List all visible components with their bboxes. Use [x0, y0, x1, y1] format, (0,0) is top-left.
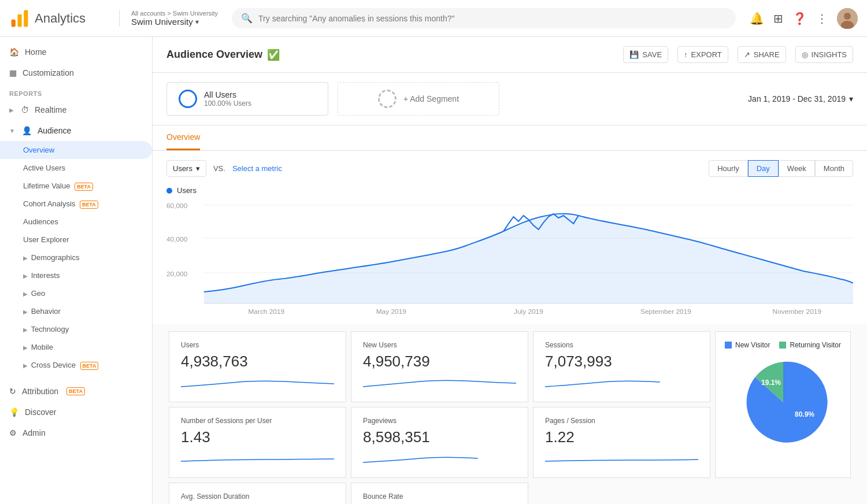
- pie-label-new: New Visitor: [735, 341, 770, 349]
- page-actions: 💾 SAVE ↑ EXPORT ↗ SHARE ◎ INSIGHTS: [623, 46, 853, 63]
- add-segment-label[interactable]: + Add Segment: [403, 94, 459, 103]
- tab-overview[interactable]: Overview: [166, 125, 200, 150]
- mobile-expand-icon: ▶: [23, 344, 28, 351]
- avatar[interactable]: [837, 8, 858, 29]
- legend-label: Users: [177, 186, 197, 195]
- breadcrumb-dropdown-icon[interactable]: ▾: [195, 18, 199, 26]
- cohort-analysis-beta-badge: BETA: [80, 201, 98, 209]
- export-button[interactable]: ↑ EXPORT: [677, 46, 728, 63]
- sidebar-sub-cohort-analysis[interactable]: Cohort Analysis BETA: [0, 195, 152, 213]
- sidebar-sub-cross-device[interactable]: ▶ Cross Device BETA: [0, 356, 152, 374]
- insights-button[interactable]: ◎ INSIGHTS: [795, 46, 853, 63]
- app-name: Analytics: [35, 11, 86, 26]
- metric-sparkline-new-users: [363, 375, 516, 392]
- svg-rect-0: [12, 19, 16, 27]
- sidebar-sub-mobile[interactable]: ▶ Mobile: [0, 338, 152, 356]
- sidebar-sub-technology[interactable]: ▶ Technology: [0, 320, 152, 338]
- pie-label-returning: Returning Visitor: [790, 341, 841, 349]
- metric-value-sessions-per-user: 1.43: [181, 428, 334, 446]
- share-button[interactable]: ↗ SHARE: [738, 46, 786, 63]
- chart-legend: Users: [166, 181, 853, 199]
- metric-card-empty: [531, 480, 713, 504]
- metric-card-bounce-rate: Bounce Rate 80.82%: [351, 483, 528, 504]
- save-icon: 💾: [629, 50, 639, 59]
- time-btn-month[interactable]: Month: [815, 160, 853, 177]
- realtime-expand-icon: ▶: [9, 107, 14, 113]
- time-buttons: Hourly Day Week Month: [709, 160, 853, 177]
- metric-card-pages-session: Pages / Session 1.22: [533, 407, 710, 478]
- sidebar-sub-geo[interactable]: ▶ Geo: [0, 284, 152, 302]
- metric-label-pages-session: Pages / Session: [545, 417, 698, 425]
- reports-section-label: REPORTS: [0, 83, 152, 99]
- time-btn-week[interactable]: Week: [779, 160, 815, 177]
- metric-dropdown[interactable]: Users ▾: [166, 160, 206, 177]
- metric-label-new-users: New Users: [363, 341, 516, 349]
- notifications-icon[interactable]: 🔔: [750, 12, 764, 25]
- logo-area: Analytics: [9, 8, 113, 29]
- pie-legend-new: New Visitor: [725, 341, 770, 349]
- select-metric-link[interactable]: Select a metric: [232, 164, 282, 173]
- segment-info: All Users 100.00% Users: [204, 90, 251, 108]
- audience-expand-icon: ▼: [9, 128, 15, 134]
- metric-card-pageviews: Pageviews 8,598,351: [351, 407, 528, 478]
- export-icon: ↑: [684, 50, 688, 59]
- sidebar-item-realtime[interactable]: ▶ ⏱ Realtime: [0, 99, 152, 120]
- sidebar-sub-user-explorer[interactable]: User Explorer: [0, 231, 152, 249]
- sidebar-sub-active-users[interactable]: Active Users: [0, 159, 152, 177]
- geo-expand-icon: ▶: [23, 291, 28, 297]
- breadcrumb-top: All accounts > Swim University: [131, 10, 218, 17]
- pie-legend-returning: Returning Visitor: [779, 341, 841, 349]
- apps-icon[interactable]: ⊞: [773, 12, 783, 25]
- save-button[interactable]: 💾 SAVE: [623, 46, 668, 63]
- time-btn-hourly[interactable]: Hourly: [709, 160, 748, 177]
- metric-value-pages-session: 1.22: [545, 428, 698, 446]
- insights-icon: ◎: [802, 50, 808, 59]
- svg-text:19.1%: 19.1%: [761, 379, 781, 387]
- more-icon[interactable]: ⋮: [816, 12, 828, 25]
- metrics-grid: Users 4,938,763 New Users 4,950,739: [153, 324, 867, 504]
- sidebar-sub-interests[interactable]: ▶ Interests: [0, 266, 152, 284]
- svg-text:September 2019: September 2019: [640, 308, 691, 315]
- attribution-beta-badge: BETA: [66, 387, 85, 395]
- metric-dropdown-icon: ▾: [196, 164, 200, 173]
- svg-text:20,000: 20,000: [166, 270, 187, 277]
- breadcrumb-bottom[interactable]: Swim University ▾: [131, 17, 218, 27]
- search-bar[interactable]: 🔍: [232, 8, 736, 28]
- behavior-expand-icon: ▶: [23, 309, 28, 315]
- svg-text:July 2019: July 2019: [514, 308, 543, 315]
- svg-text:May 2019: May 2019: [376, 308, 406, 315]
- svg-text:March 2019: March 2019: [248, 308, 284, 315]
- chart-wrapper: Users 60,000 40,000 20,000: [153, 181, 867, 324]
- sidebar-item-admin[interactable]: ⚙ Admin: [0, 423, 152, 443]
- customization-icon: ▦: [9, 68, 17, 77]
- sidebar-sub-overview[interactable]: Overview: [0, 141, 152, 159]
- time-btn-day[interactable]: Day: [748, 160, 779, 177]
- add-segment-card[interactable]: + Add Segment: [338, 82, 499, 116]
- share-icon: ↗: [744, 50, 750, 59]
- sidebar-item-discover[interactable]: 💡 Discover: [0, 402, 152, 423]
- sidebar-sub-behavior[interactable]: ▶ Behavior: [0, 302, 152, 320]
- sidebar-item-home[interactable]: 🏠 Home: [0, 42, 152, 62]
- metric-label-sessions-per-user: Number of Sessions per User: [181, 417, 334, 425]
- metric-label-avg-duration: Avg. Session Duration: [181, 492, 334, 501]
- sidebar-sub-demographics[interactable]: ▶ Demographics: [0, 249, 152, 266]
- technology-expand-icon: ▶: [23, 327, 28, 333]
- metric-value-pageviews: 8,598,351: [363, 428, 516, 446]
- sidebar-item-attribution[interactable]: ↻ Attribution BETA: [0, 381, 152, 402]
- sidebar-item-audience[interactable]: ▼ 👤 Audience: [0, 120, 152, 141]
- help-icon[interactable]: ❓: [792, 12, 807, 25]
- page-header: Audience Overview ✅ 💾 SAVE ↑ EXPORT ↗ SH…: [153, 37, 867, 73]
- svg-text:40,000: 40,000: [166, 236, 187, 243]
- cross-device-beta-badge: BETA: [80, 362, 99, 370]
- metric-sparkline-pageviews: [363, 451, 516, 468]
- segments-bar: All Users 100.00% Users + Add Segment Ja…: [153, 73, 867, 125]
- sidebar: 🏠 Home ▦ Customization REPORTS ▶ ⏱ Realt…: [0, 37, 153, 504]
- sidebar-item-customization[interactable]: ▦ Customization: [0, 62, 152, 83]
- sidebar-sub-lifetime-value[interactable]: Lifetime Value BETA: [0, 177, 152, 195]
- search-input[interactable]: [258, 14, 727, 23]
- svg-text:November 2019: November 2019: [773, 308, 821, 315]
- chart-container: 60,000 40,000 20,000 March 2019: [166, 199, 853, 315]
- date-range-button[interactable]: Jan 1, 2019 - Dec 31, 2019 ▾: [748, 94, 853, 103]
- sidebar-sub-audiences[interactable]: Audiences: [0, 213, 152, 231]
- content-area: Audience Overview ✅ 💾 SAVE ↑ EXPORT ↗ SH…: [153, 37, 867, 504]
